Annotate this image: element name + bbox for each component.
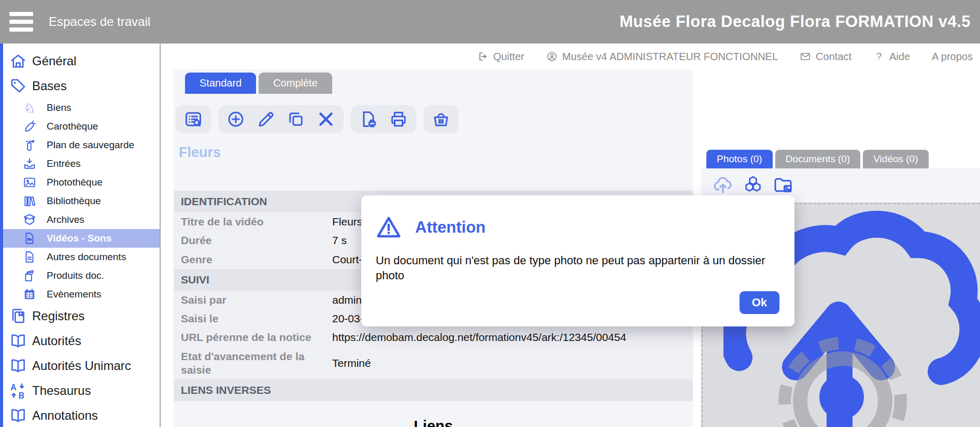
- record-title: Fleurs: [179, 145, 693, 161]
- sidebar-item-thesaurus[interactable]: ABThesaurus: [3, 378, 160, 403]
- svg-text:B: B: [19, 391, 24, 400]
- calendar-icon: [23, 288, 36, 301]
- book-open-icon: [9, 357, 27, 375]
- sidebar-item-label: Thesaurus: [32, 383, 91, 398]
- tag-icon: [9, 77, 27, 95]
- sidebar-item-label: Evènements: [47, 289, 102, 300]
- fire-extinguisher-icon: [23, 138, 36, 152]
- view-tabs: StandardComplète: [185, 73, 693, 94]
- sidebar-item-autres-documents[interactable]: Autres documents: [3, 248, 160, 266]
- toolbar-group: [351, 105, 416, 133]
- video-file-icon: [23, 232, 36, 245]
- sidebar-item-videos-sons[interactable]: Vidéos - Sons: [3, 229, 160, 248]
- upload-button[interactable]: [713, 175, 733, 195]
- sidebar-item-label: Bases: [32, 79, 67, 93]
- chess-knight-icon: ♘: [23, 101, 36, 115]
- carrot-icon: [23, 120, 36, 133]
- ok-button[interactable]: Ok: [740, 291, 779, 314]
- group-files-button[interactable]: [743, 175, 763, 195]
- duplicate-button[interactable]: [287, 110, 305, 129]
- book-open-icon: [9, 407, 27, 424]
- section-header-liens-inverses: LIENS INVERSES: [174, 379, 693, 401]
- field-label: Saisi le: [181, 312, 332, 325]
- sidebar-item-general[interactable]: Général: [3, 49, 160, 74]
- inbox-download-icon: [23, 157, 36, 170]
- image-icon: [23, 176, 36, 189]
- media-tab-videos-0[interactable]: Vidéos (0): [863, 150, 928, 168]
- sidebar-item-autorites-unimarc[interactable]: Autorités Unimarc: [3, 353, 160, 378]
- contact-link[interactable]: Contact: [800, 51, 851, 63]
- sidebar-navigation: GénéralBases♘BiensCarothèquePlan de sauv…: [0, 44, 161, 427]
- toolbar-group: [218, 105, 344, 133]
- field-label: Etat d'avancement de la saisie: [181, 350, 332, 377]
- basket-button[interactable]: [432, 110, 450, 129]
- search-list-button[interactable]: [184, 110, 203, 129]
- tab-standard[interactable]: Standard: [185, 73, 256, 94]
- toolbar-group: [176, 105, 211, 133]
- sidebar-item-label: Registres: [32, 309, 84, 323]
- delete-button[interactable]: [317, 110, 335, 129]
- hamburger-menu-icon[interactable]: [7, 10, 35, 34]
- field-row: URL pérenne de la noticehttps://demobam.…: [174, 328, 693, 347]
- toolbar-group: [423, 105, 459, 133]
- sidebar-item-annotations[interactable]: Annotations: [3, 403, 160, 427]
- user-account[interactable]: Musée v4 ADMINISTRATEUR FONCTIONNEL: [546, 51, 778, 63]
- media-spacer: [701, 69, 980, 150]
- sidebar-item-plan-de-sauvegarde[interactable]: Plan de sauvegarde: [3, 136, 160, 154]
- media-tab-photos-0[interactable]: Photos (0): [706, 150, 773, 168]
- sidebar-item-produits-doc[interactable]: Produits doc.: [3, 266, 160, 285]
- media-tab-documents-0[interactable]: Documents (0): [775, 150, 861, 168]
- sidebar-item-label: Archives: [47, 214, 84, 225]
- sidebar-item-phototheque[interactable]: Photothèque: [3, 173, 160, 192]
- sidebar-item-label: Plan de sauvegarde: [47, 139, 134, 151]
- book-open-icon: [9, 332, 27, 350]
- about-link[interactable]: A propos: [932, 51, 973, 63]
- attention-dialog: Attention Un document qui n'est pas de t…: [361, 195, 794, 326]
- field-value: https://demobam.decalog.net/formationv45…: [332, 331, 693, 344]
- document-icon: [23, 250, 36, 264]
- dialog-title: Attention: [415, 218, 486, 237]
- sidebar-item-entrees[interactable]: Entrées: [3, 154, 160, 173]
- sidebar-item-label: Entrées: [47, 158, 80, 169]
- quit-link[interactable]: Quitter: [477, 51, 524, 63]
- sidebar-item-carotheque[interactable]: Carothèque: [3, 117, 160, 136]
- sidebar-item-label: Biens: [47, 102, 72, 113]
- field-label: Genre: [181, 253, 332, 266]
- sidebar-item-label: Autorités: [32, 334, 81, 348]
- sidebar-item-label: Vidéos - Sons: [47, 233, 111, 244]
- sidebar-item-label: Carothèque: [47, 121, 98, 132]
- sidebar-item-biens[interactable]: ♘Biens: [3, 98, 160, 117]
- image-folder-button[interactable]: [773, 175, 793, 195]
- print-button[interactable]: [389, 110, 408, 129]
- user-circle-icon: [546, 51, 558, 62]
- logout-icon: [477, 51, 489, 62]
- sidebar-item-bases[interactable]: Bases: [3, 74, 160, 98]
- sidebar-item-autorites[interactable]: Autorités: [3, 329, 160, 353]
- app-title: Musée Flora Decalog Flora FORMATION v4.5: [620, 12, 971, 31]
- sidebar-item-archives[interactable]: Archives: [3, 210, 160, 229]
- sidebar-item-registres[interactable]: Registres: [3, 304, 160, 329]
- add-button[interactable]: [226, 110, 245, 129]
- workspace-label: Espaces de travail: [49, 15, 150, 29]
- tab-complete[interactable]: Complète: [259, 73, 332, 94]
- home-icon: [9, 52, 27, 70]
- sidebar-item-label: Bibliothèque: [47, 195, 101, 207]
- doc-stack-icon: [23, 269, 36, 282]
- top-header-bar: Espaces de travail Musée Flora Decalog F…: [0, 0, 980, 44]
- envelope-icon: [800, 51, 811, 62]
- sidebar-item-bibliotheque[interactable]: Bibliothèque: [3, 192, 160, 210]
- field-label: Saisi par: [181, 293, 332, 307]
- edit-button[interactable]: [257, 110, 275, 129]
- svg-text:♘: ♘: [24, 101, 35, 115]
- field-row: Etat d'avancement de la saisieTerminé: [174, 347, 693, 380]
- field-label: URL pérenne de la notice: [181, 331, 332, 344]
- question-mark-icon: ?: [873, 51, 885, 62]
- svg-text:A: A: [10, 383, 16, 392]
- sidebar-item-evenements[interactable]: Evènements: [3, 285, 160, 304]
- sidebar-item-label: Annotations: [32, 408, 98, 423]
- help-link[interactable]: ? Aide: [873, 51, 910, 63]
- sidebar-item-label: Général: [32, 54, 76, 68]
- swap-letters-icon: AB: [9, 382, 27, 400]
- export-button[interactable]: [359, 110, 378, 129]
- record-toolbar: [176, 105, 693, 133]
